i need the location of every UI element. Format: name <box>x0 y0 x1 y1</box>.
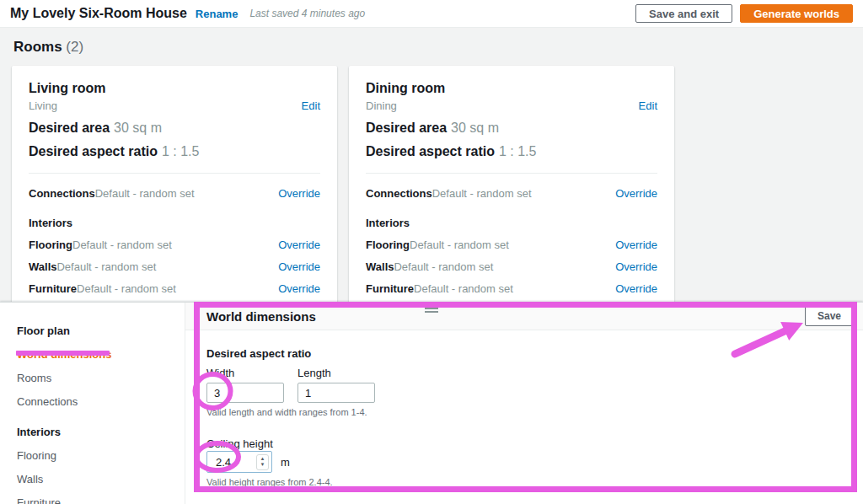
ceiling-height-help-text: Valid height ranges from 2.4-4. <box>206 477 842 487</box>
ceiling-height-value[interactable] <box>207 456 243 469</box>
card-divider <box>366 173 657 174</box>
desired-area-row: Desired area30 sq m <box>366 121 657 136</box>
room-cards: Living room Living Edit Desired area30 s… <box>12 66 851 319</box>
number-stepper[interactable]: ▲ ▼ <box>256 454 269 470</box>
override-walls-link[interactable]: Override <box>278 260 320 273</box>
aspect-ratio-label: Desired aspect ratio <box>366 144 495 158</box>
flooring-value: Default - random set <box>410 239 509 251</box>
override-flooring-link[interactable]: Override <box>278 239 320 251</box>
save-and-exit-button[interactable]: Save and exit <box>635 4 732 23</box>
aspect-ratio-label: Desired aspect ratio <box>29 144 158 158</box>
sidebar-item-furniture[interactable]: Furniture <box>17 496 185 504</box>
override-connections-link[interactable]: Override <box>615 187 657 200</box>
ceiling-height-input[interactable]: ▲ ▼ <box>206 451 272 473</box>
walls-row: WallsDefault - random set Override <box>29 260 320 273</box>
furniture-value: Default - random set <box>77 282 176 295</box>
walls-label: Walls <box>366 260 394 273</box>
sidebar-item-walls[interactable]: Walls <box>17 472 185 486</box>
last-saved-text: Last saved 4 minutes ago <box>249 8 365 19</box>
walls-label: Walls <box>29 260 56 273</box>
override-furniture-link[interactable]: Override <box>615 282 657 295</box>
length-input[interactable] <box>297 383 375 403</box>
flooring-row: FlooringDefault - random set Override <box>29 239 320 251</box>
furniture-label: Furniture <box>29 282 77 295</box>
world-dimensions-panel: World dimensions Save Desired aspect rat… <box>185 303 863 504</box>
flooring-label: Flooring <box>29 239 72 251</box>
override-connections-link[interactable]: Override <box>278 187 320 200</box>
connections-row: ConnectionsDefault - random set Override <box>366 187 657 200</box>
sidebar-item-connections[interactable]: Connections <box>17 394 185 409</box>
sidebar-group-interiors: Interiors <box>17 426 185 438</box>
card-title: Living room <box>29 81 320 96</box>
page-title: My Lovely Six-Room House <box>10 6 187 21</box>
aspect-ratio-heading: Desired aspect ratio <box>206 347 842 360</box>
panel-body: Desired aspect ratio Width Length Valid … <box>185 330 863 504</box>
rename-link[interactable]: Rename <box>196 8 239 20</box>
connections-value: Default - random set <box>432 187 532 200</box>
desired-area-label: Desired area <box>29 121 110 135</box>
drag-handle-icon[interactable] <box>425 308 438 313</box>
ceiling-height-label: Ceiling height <box>206 437 273 450</box>
topbar: My Lovely Six-Room House Rename Last sav… <box>0 0 863 28</box>
flooring-row: FlooringDefault - random set Override <box>366 239 657 251</box>
override-flooring-link[interactable]: Override <box>615 239 657 251</box>
desired-area-value: 30 sq m <box>451 121 499 135</box>
aspect-ratio-help-text: Valid length and width ranges from 1-4. <box>206 407 842 417</box>
walls-value: Default - random set <box>394 260 493 273</box>
sidebar-item-rooms[interactable]: Rooms <box>17 371 185 385</box>
card-divider <box>29 173 320 174</box>
desired-area-row: Desired area30 sq m <box>29 121 320 136</box>
desired-area-value: 30 sq m <box>114 121 162 135</box>
card-subtitle: Dining <box>366 99 397 112</box>
world-settings-drawer: Floor plan World dimensions Rooms Connec… <box>0 302 863 504</box>
sidebar-item-flooring[interactable]: Flooring <box>17 448 185 463</box>
ceiling-unit-label: m <box>281 456 290 469</box>
aspect-ratio-value: 1 : 1.5 <box>162 144 199 158</box>
flooring-label: Flooring <box>366 239 410 251</box>
length-label: Length <box>297 367 375 379</box>
aspect-ratio-row: Desired aspect ratio1 : 1.5 <box>366 144 657 159</box>
sidebar-group-floor-plan: Floor plan <box>17 324 185 337</box>
connections-value: Default - random set <box>95 187 195 200</box>
furniture-label: Furniture <box>366 282 414 295</box>
walls-row: WallsDefault - random set Override <box>366 260 657 273</box>
rooms-count: (2) <box>66 39 83 55</box>
sidebar-item-world-dimensions[interactable]: World dimensions <box>17 347 185 362</box>
edit-link[interactable]: Edit <box>639 99 657 112</box>
rooms-heading: Rooms (2) <box>13 39 851 56</box>
furniture-row: FurnitureDefault - random set Override <box>29 282 320 295</box>
interiors-heading: Interiors <box>366 217 657 229</box>
desired-area-label: Desired area <box>366 121 447 135</box>
connections-label: Connections <box>29 187 95 200</box>
interiors-heading: Interiors <box>29 217 320 229</box>
width-label: Width <box>206 367 284 379</box>
flooring-value: Default - random set <box>72 239 172 251</box>
furniture-row: FurnitureDefault - random set Override <box>366 282 657 295</box>
room-card-living: Living room Living Edit Desired area30 s… <box>12 66 337 319</box>
drawer-sidebar: Floor plan World dimensions Rooms Connec… <box>0 303 185 504</box>
generate-worlds-button[interactable]: Generate worlds <box>740 4 853 23</box>
connections-row: ConnectionsDefault - random set Override <box>29 187 320 200</box>
aspect-ratio-value: 1 : 1.5 <box>499 144 536 158</box>
width-input[interactable] <box>206 383 284 403</box>
save-button[interactable]: Save <box>805 306 854 326</box>
card-title: Dining room <box>366 81 657 96</box>
rooms-heading-label: Rooms <box>13 39 62 55</box>
walls-value: Default - random set <box>56 260 156 273</box>
override-furniture-link[interactable]: Override <box>278 282 320 295</box>
furniture-value: Default - random set <box>414 282 513 295</box>
stepper-down-icon[interactable]: ▼ <box>260 462 265 468</box>
aspect-ratio-row: Desired aspect ratio1 : 1.5 <box>29 144 320 159</box>
panel-title: World dimensions <box>206 309 316 324</box>
topbar-actions: Save and exit Generate worlds <box>635 4 853 23</box>
edit-link[interactable]: Edit <box>302 99 320 112</box>
stepper-up-icon[interactable]: ▲ <box>260 456 265 462</box>
page: My Lovely Six-Room House Rename Last sav… <box>0 0 863 504</box>
override-walls-link[interactable]: Override <box>615 260 657 273</box>
room-card-dining: Dining room Dining Edit Desired area30 s… <box>349 66 674 319</box>
card-subtitle: Living <box>29 99 57 112</box>
panel-header: World dimensions Save <box>185 303 863 330</box>
connections-label: Connections <box>366 187 432 200</box>
